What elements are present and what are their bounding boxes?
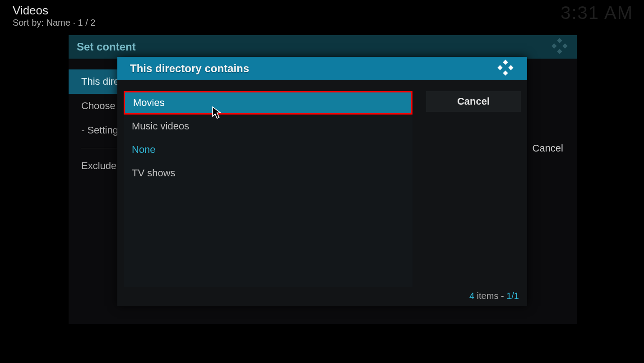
list-footer: 4 items - 1/1	[469, 291, 519, 301]
option-tv-shows[interactable]: TV shows	[124, 161, 412, 185]
svg-rect-5	[497, 65, 502, 70]
dialog-header: Set content	[69, 35, 577, 59]
cancel-button[interactable]: Cancel	[426, 91, 521, 112]
button-label: Cancel	[533, 142, 563, 154]
svg-rect-4	[503, 60, 508, 64]
dialog-title: Set content	[77, 41, 136, 53]
side-row-label: - Settings	[81, 124, 123, 136]
svg-rect-6	[508, 65, 513, 70]
content-type-list: Movies Music videos None TV shows	[124, 91, 412, 287]
item-count: 4	[469, 291, 474, 301]
kodi-logo-icon	[551, 37, 569, 57]
button-label: Cancel	[457, 96, 490, 107]
directory-contains-dialog: This directory contains Movies Music vid…	[117, 57, 527, 306]
section-title: Videos	[13, 4, 95, 18]
cancel-button[interactable]: Cancel	[533, 142, 563, 154]
option-music-videos[interactable]: Music videos	[124, 115, 412, 138]
option-label: Movies	[133, 97, 165, 109]
sort-indicator: Sort by: Name · 1 / 2	[13, 18, 95, 28]
svg-rect-7	[503, 70, 508, 75]
option-label: Music videos	[132, 120, 189, 132]
svg-rect-3	[557, 49, 562, 54]
kodi-logo-icon	[496, 59, 514, 78]
dialog-actions: Cancel	[412, 91, 521, 287]
dialog-header: This directory contains	[117, 57, 527, 80]
dialog-title: This directory contains	[130, 62, 249, 75]
svg-rect-0	[557, 38, 562, 43]
option-none[interactable]: None	[124, 138, 412, 161]
clock: 3:31 AM	[561, 3, 633, 23]
page-indicator: 1/1	[506, 291, 519, 301]
svg-rect-1	[551, 43, 556, 48]
option-label: TV shows	[132, 167, 176, 179]
option-movies[interactable]: Movies	[124, 91, 412, 115]
svg-rect-2	[562, 43, 567, 48]
footer-separator: items -	[474, 291, 506, 301]
breadcrumb: Videos Sort by: Name · 1 / 2	[13, 4, 95, 28]
option-label: None	[132, 144, 156, 156]
